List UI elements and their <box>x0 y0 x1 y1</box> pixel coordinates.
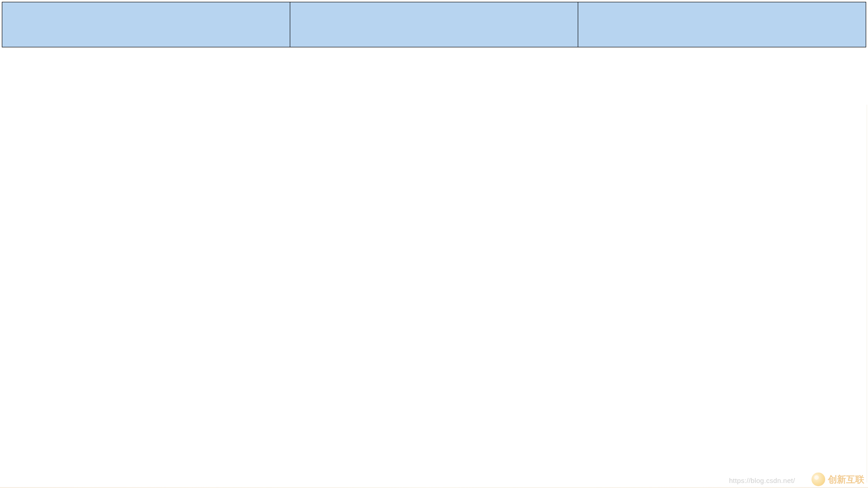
watermark-logo-text: 创新互联 <box>828 473 864 486</box>
table-header-cell <box>578 2 866 47</box>
watermark-logo: 创新互联 <box>812 473 864 486</box>
table-header-row <box>2 2 866 47</box>
watermark-url: https://blog.csdn.net/ <box>729 477 795 484</box>
table-empty-row <box>2 47 866 53</box>
table-header-cell <box>2 2 290 47</box>
right-border-hairline <box>867 105 867 483</box>
table-header-cell <box>290 2 578 47</box>
brand-circle-icon <box>812 473 825 486</box>
